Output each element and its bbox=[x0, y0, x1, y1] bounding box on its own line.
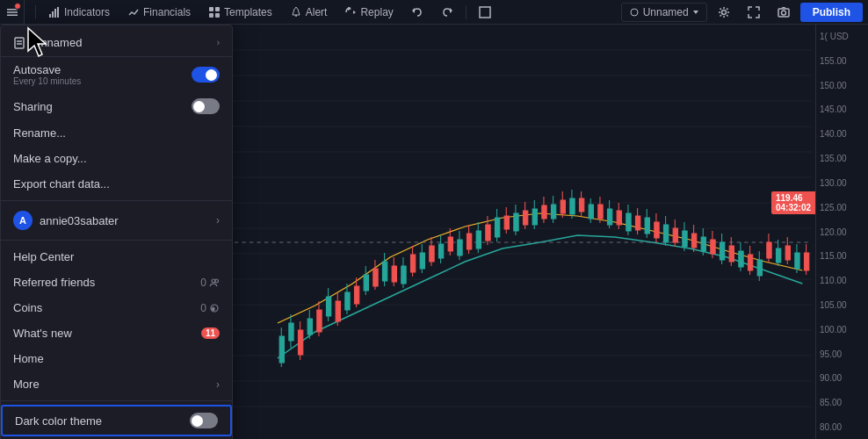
svg-point-15 bbox=[721, 10, 726, 14]
svg-marker-10 bbox=[353, 11, 356, 14]
dropdown-menu: Unnamed › Autosave Every 10 minutes Shar… bbox=[0, 25, 233, 439]
replay-button[interactable]: Replay bbox=[337, 3, 400, 22]
svg-marker-151 bbox=[28, 28, 46, 56]
svg-text:¢: ¢ bbox=[212, 306, 214, 312]
svg-rect-2 bbox=[54, 9, 56, 18]
sharing-toggle[interactable] bbox=[192, 98, 220, 114]
user-avatar: A bbox=[13, 211, 33, 230]
menu-sep-3 bbox=[1, 400, 232, 401]
svg-rect-120 bbox=[561, 200, 565, 213]
alert-button[interactable]: Alert bbox=[283, 3, 335, 22]
export-row[interactable]: Export chart data... bbox=[1, 171, 232, 197]
dark-theme-toggle[interactable] bbox=[190, 413, 218, 428]
more-row[interactable]: More › bbox=[1, 371, 232, 397]
menu-sep-1 bbox=[1, 200, 232, 201]
svg-rect-86 bbox=[757, 260, 762, 276]
more-chevron: › bbox=[216, 378, 220, 391]
whatsnew-badge: 11 bbox=[201, 327, 220, 339]
user-chevron: › bbox=[216, 214, 220, 227]
menu-sep-2 bbox=[1, 240, 232, 241]
svg-point-17 bbox=[781, 11, 785, 15]
help-row[interactable]: Help Center bbox=[1, 244, 232, 270]
templates-button[interactable]: Templates bbox=[201, 3, 279, 22]
svg-rect-62 bbox=[532, 209, 537, 225]
settings-button[interactable] bbox=[711, 3, 737, 22]
svg-rect-149 bbox=[7, 11, 18, 13]
coins-row[interactable]: Coins 0 ¢ bbox=[1, 295, 232, 320]
svg-rect-13 bbox=[480, 7, 490, 18]
referred-row[interactable]: Referred friends 0 bbox=[1, 270, 232, 295]
svg-rect-150 bbox=[7, 14, 18, 16]
svg-rect-138 bbox=[729, 246, 734, 262]
referred-count: 0 bbox=[200, 277, 220, 289]
home-row[interactable]: Home bbox=[1, 346, 232, 371]
svg-rect-7 bbox=[215, 13, 220, 18]
toolbar-sep-1 bbox=[35, 5, 36, 19]
copy-row[interactable]: Make a copy... bbox=[1, 146, 232, 171]
svg-marker-12 bbox=[450, 8, 452, 13]
rename-row[interactable]: Rename... bbox=[1, 120, 232, 146]
svg-rect-144 bbox=[785, 246, 790, 260]
svg-rect-56 bbox=[476, 231, 481, 248]
svg-rect-68 bbox=[589, 205, 593, 219]
svg-rect-126 bbox=[617, 211, 621, 225]
fullscreen-button[interactable] bbox=[472, 3, 498, 22]
svg-rect-132 bbox=[673, 228, 677, 242]
financials-button[interactable]: Financials bbox=[120, 3, 198, 22]
menu-header-chevron: › bbox=[217, 38, 220, 47]
top-toolbar: Indicators Financials Templates Alert Re… bbox=[0, 0, 868, 25]
svg-rect-74 bbox=[645, 218, 649, 234]
svg-rect-114 bbox=[504, 216, 509, 229]
notification-dot bbox=[14, 3, 21, 10]
publish-button[interactable]: Publish bbox=[800, 3, 863, 22]
price-tag: 119.46 04:32:02 bbox=[771, 191, 815, 214]
whatsnew-row[interactable]: What's new 11 bbox=[1, 320, 232, 346]
dark-theme-row[interactable]: Dark color theme bbox=[1, 405, 232, 436]
svg-rect-152 bbox=[15, 38, 24, 48]
user-row[interactable]: A annie03sabater › bbox=[1, 205, 232, 236]
camera-button[interactable] bbox=[770, 3, 797, 22]
document-icon bbox=[13, 37, 25, 49]
svg-rect-4 bbox=[209, 7, 213, 11]
toolbar-sep-2 bbox=[466, 5, 467, 19]
indicators-button[interactable]: Indicators bbox=[41, 3, 117, 22]
svg-rect-6 bbox=[209, 13, 213, 18]
sharing-row[interactable]: Sharing bbox=[1, 92, 232, 120]
svg-rect-3 bbox=[57, 7, 59, 18]
autosave-toggle[interactable] bbox=[192, 67, 220, 83]
price-axis: 1( USD 155.00 150.00 145.00 140.00 135.0… bbox=[815, 25, 868, 439]
redo-button[interactable] bbox=[434, 3, 460, 22]
svg-rect-80 bbox=[701, 237, 705, 251]
coins-count: 0 ¢ bbox=[200, 302, 220, 314]
hamburger-button[interactable] bbox=[0, 0, 25, 25]
svg-rect-1 bbox=[52, 11, 54, 18]
hamburger-container bbox=[0, 0, 25, 25]
svg-marker-14 bbox=[693, 11, 698, 14]
svg-rect-0 bbox=[49, 14, 51, 18]
expand-button[interactable] bbox=[741, 3, 767, 22]
chart-name-button[interactable]: Unnamed bbox=[621, 3, 707, 22]
svg-rect-5 bbox=[215, 7, 220, 11]
undo-button[interactable] bbox=[404, 3, 430, 22]
svg-marker-11 bbox=[412, 8, 415, 13]
